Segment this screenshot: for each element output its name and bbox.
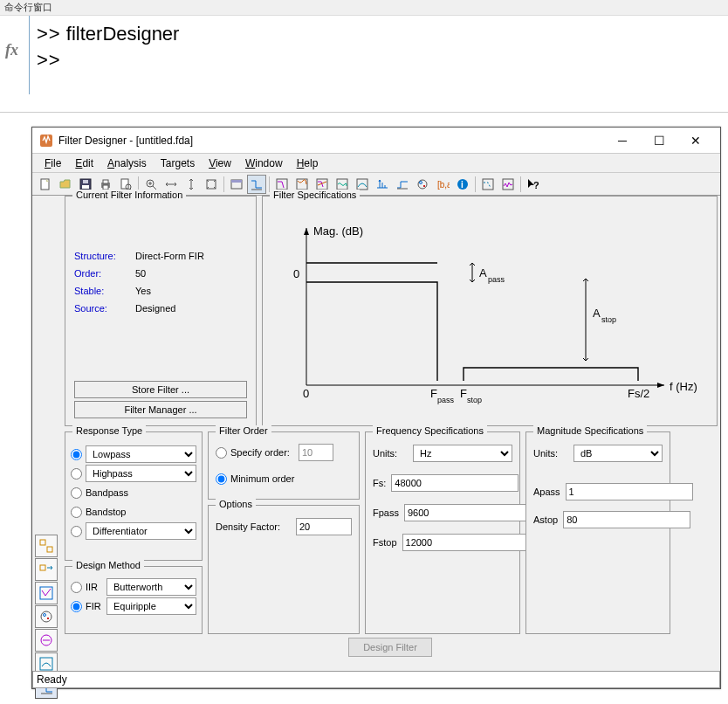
prompt-symbol: >> [37, 23, 61, 45]
command-lines[interactable]: >> filterDesigner >> [30, 16, 186, 94]
prompt-symbol: >> [37, 49, 61, 71]
command-gutter: fx [0, 16, 30, 94]
command-window-title: 命令行窗口 [0, 0, 728, 16]
command-window: 命令行窗口 fx >> filterDesigner >> [0, 0, 728, 113]
command-text: filterDesigner [66, 23, 180, 45]
fx-icon: fx [5, 41, 18, 59]
